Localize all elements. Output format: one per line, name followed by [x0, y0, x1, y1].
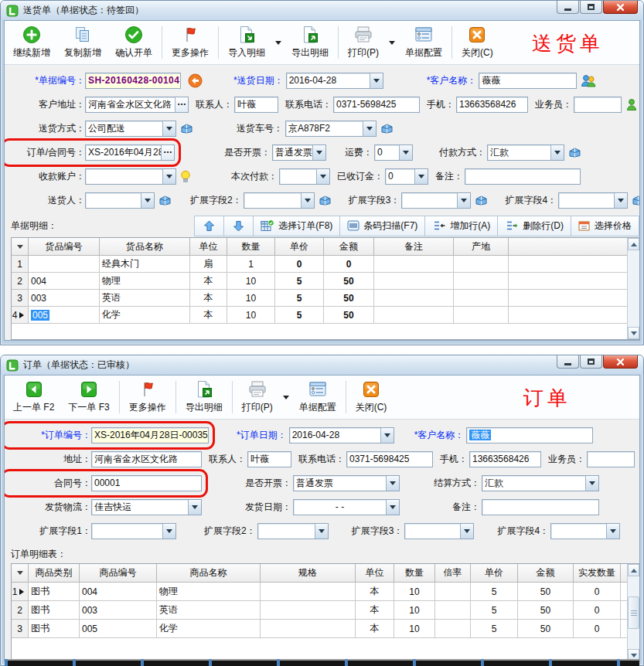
customer-input[interactable]: 薇薇: [466, 427, 593, 443]
cell-unit[interactable]: 本: [190, 290, 227, 307]
cell-qty[interactable]: 10: [227, 307, 275, 324]
chevron-down-icon[interactable]: [141, 193, 154, 208]
close-form-button[interactable]: 关闭(C): [349, 377, 394, 417]
cell-spec[interactable]: [261, 583, 356, 601]
cell-amount[interactable]: 50: [324, 273, 374, 290]
cell-actual-qty[interactable]: 0: [574, 601, 621, 620]
cell-code[interactable]: 005: [80, 620, 157, 638]
cell-price[interactable]: 0: [275, 256, 324, 273]
pay-mode-combo[interactable]: 汇款: [487, 144, 564, 161]
cell-remark[interactable]: [374, 290, 454, 307]
salesman-input[interactable]: [574, 97, 622, 113]
column-header[interactable]: 备注: [374, 238, 454, 256]
freight-combo[interactable]: 0: [374, 144, 413, 161]
ship-date-combo[interactable]: - -: [293, 499, 400, 515]
chevron-down-icon[interactable]: [315, 524, 328, 539]
chevron-down-icon[interactable]: [460, 524, 473, 539]
column-header[interactable]: 货品名称: [100, 238, 190, 256]
book-icon[interactable]: [319, 195, 332, 206]
chevron-down-icon[interactable]: [550, 145, 564, 160]
cell-amount[interactable]: 50: [518, 620, 574, 638]
cell-code[interactable]: 004: [80, 583, 157, 601]
column-header[interactable]: 数量: [227, 238, 275, 256]
close-button[interactable]: [603, 355, 638, 369]
cell-price[interactable]: 5: [471, 601, 518, 620]
column-header[interactable]: 实发数量: [574, 564, 621, 583]
cell-origin[interactable]: [454, 273, 509, 290]
ext1-combo[interactable]: [91, 523, 176, 539]
column-header[interactable]: 规格: [261, 564, 356, 583]
cell-spec[interactable]: [261, 601, 356, 620]
cell-name[interactable]: 物理: [100, 273, 190, 290]
cell-actual-qty[interactable]: 0: [574, 583, 621, 601]
chevron-down-icon[interactable]: [585, 476, 598, 491]
cell-rate[interactable]: [435, 583, 471, 601]
chevron-down-icon[interactable]: [414, 169, 428, 184]
back-icon[interactable]: [188, 73, 203, 88]
cell-name[interactable]: 物理: [157, 583, 261, 601]
cell-origin[interactable]: [454, 307, 509, 324]
ext3-combo[interactable]: [401, 192, 471, 209]
scroll-thumb[interactable]: [628, 596, 639, 629]
remark-input[interactable]: [465, 168, 581, 185]
column-header[interactable]: 产地: [454, 238, 509, 256]
column-header[interactable]: 倍率: [435, 564, 471, 583]
customer-address-input[interactable]: 河南省金水区文化路: [85, 97, 189, 113]
export-detail-button[interactable]: 导出明细: [179, 377, 230, 417]
column-header[interactable]: 金额: [324, 238, 374, 256]
order-date-combo[interactable]: 2016-04-28: [289, 427, 394, 443]
maximize-button[interactable]: [580, 355, 602, 369]
cell-price[interactable]: 5: [275, 307, 324, 324]
grid-selector-header[interactable]: [12, 564, 29, 583]
cell-unit[interactable]: 本: [356, 620, 394, 638]
person-icon[interactable]: [625, 98, 638, 111]
ext2-combo[interactable]: [244, 192, 315, 209]
cell-code[interactable]: 003: [29, 290, 100, 307]
mobile-input[interactable]: 13663568426: [469, 451, 541, 467]
move-down-button[interactable]: [223, 216, 253, 236]
cell-name[interactable]: 英语: [100, 290, 190, 307]
contact-input[interactable]: 叶薇: [247, 451, 291, 467]
logistics-combo[interactable]: 佳吉快运: [91, 499, 202, 515]
grid-selector-header[interactable]: [12, 238, 29, 256]
column-header[interactable]: 单价: [471, 564, 518, 583]
cell-qty[interactable]: 1: [227, 256, 275, 273]
export-detail-button[interactable]: 导出明细: [285, 22, 336, 63]
column-header[interactable]: 金额: [518, 564, 574, 583]
column-header[interactable]: 单位: [356, 564, 394, 583]
import-dropdown-caret[interactable]: [272, 22, 285, 63]
customer-input[interactable]: 薇薇: [479, 73, 577, 89]
chevron-down-icon[interactable]: [162, 169, 175, 184]
minimize-button[interactable]: [557, 355, 579, 369]
more-operations-button[interactable]: 更多操作: [165, 22, 216, 63]
ext2-combo[interactable]: [257, 523, 329, 539]
column-header[interactable]: 货品编号: [29, 238, 100, 256]
cell-name[interactable]: 化学: [157, 620, 261, 638]
cell-amount[interactable]: 50: [518, 601, 574, 620]
contact-input[interactable]: 叶薇: [234, 97, 278, 113]
maximize-button[interactable]: [580, 1, 602, 14]
cell-code[interactable]: 003: [80, 601, 157, 620]
print-dropdown-caret[interactable]: [386, 22, 398, 63]
row-number-cell[interactable]: 1: [12, 583, 29, 601]
cell-unit[interactable]: 扇: [190, 256, 227, 273]
cell-unit[interactable]: 本: [356, 583, 394, 601]
row-number-cell[interactable]: 1: [12, 256, 29, 273]
cell-name[interactable]: 英语: [157, 601, 261, 620]
column-header[interactable]: 数量: [394, 564, 435, 583]
print-dropdown-caret[interactable]: [280, 377, 292, 417]
deposit-combo[interactable]: 0: [385, 168, 428, 185]
prev-doc-button[interactable]: 上一单 F2: [6, 377, 61, 417]
column-header[interactable]: 单位: [190, 238, 227, 256]
book-icon[interactable]: [158, 195, 172, 206]
invoice-combo[interactable]: 普通发票: [272, 144, 326, 161]
continue-add-button[interactable]: 继续新增: [6, 22, 57, 63]
ellipsis-button[interactable]: [175, 97, 188, 112]
cell-category[interactable]: 图书: [29, 583, 80, 601]
copy-add-button[interactable]: 复制新增: [57, 22, 108, 63]
column-header[interactable]: 商品名称: [157, 564, 261, 583]
chevron-down-icon[interactable]: [380, 428, 394, 443]
chevron-down-icon[interactable]: [162, 524, 175, 539]
cell-price[interactable]: 5: [275, 273, 324, 290]
chevron-down-icon[interactable]: [386, 500, 399, 515]
